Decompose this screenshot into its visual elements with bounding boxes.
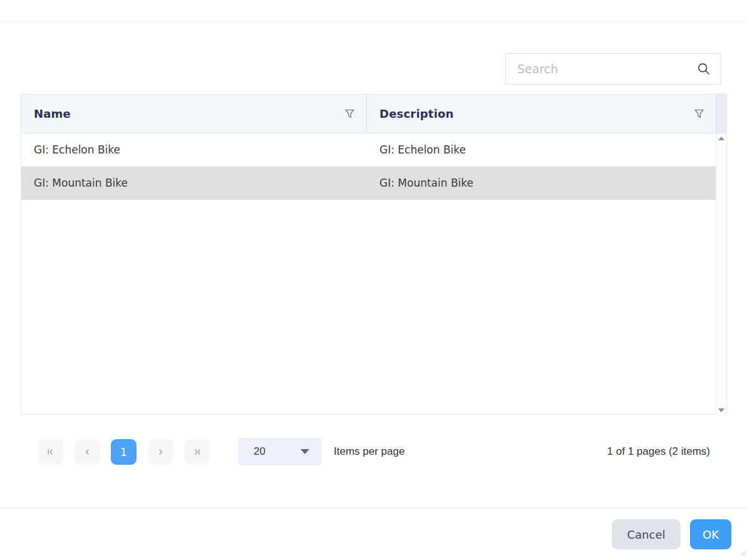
cancel-button[interactable]: Cancel xyxy=(612,519,681,549)
chevron-right-icon xyxy=(156,447,165,457)
header-scrollbar-spacer xyxy=(716,95,726,133)
table-row-selected[interactable]: GI: Mountain Bike GI: Mountain Bike xyxy=(21,167,716,200)
chevron-left-icon xyxy=(83,447,92,457)
next-page-button[interactable] xyxy=(148,439,173,465)
page-1-button[interactable]: 1 xyxy=(111,439,137,465)
search-input[interactable] xyxy=(517,62,697,76)
vertical-scrollbar[interactable] xyxy=(716,133,726,415)
cell-description: GI: Echelon Bike xyxy=(367,133,716,166)
scroll-down-icon[interactable] xyxy=(718,408,724,412)
previous-page-button[interactable] xyxy=(75,439,100,465)
column-header-name[interactable]: Name xyxy=(21,95,367,133)
filter-icon[interactable] xyxy=(344,109,355,119)
ok-button[interactable]: OK xyxy=(690,519,731,549)
column-header-description[interactable]: Description xyxy=(367,95,716,133)
grid-body: GI: Echelon Bike GI: Echelon Bike GI: Mo… xyxy=(21,133,726,415)
column-label: Description xyxy=(379,107,694,120)
cell-description: GI: Mountain Bike xyxy=(367,167,716,199)
cell-name: GI: Echelon Bike xyxy=(21,133,367,166)
resize-grip-icon[interactable] xyxy=(739,547,746,559)
page-size-value: 20 xyxy=(254,445,265,458)
items-grid: Name Description GI: Echelon Bike GI: Ec… xyxy=(21,94,727,415)
grid-header: Name Description xyxy=(21,95,726,133)
pager-info: 1 of 1 pages (2 items) xyxy=(607,438,710,465)
scroll-up-icon[interactable] xyxy=(718,137,724,140)
dialog-titlebar-divider xyxy=(0,21,747,21)
last-page-icon xyxy=(192,447,202,457)
column-label: Name xyxy=(34,107,344,120)
first-page-icon xyxy=(46,447,55,457)
table-row[interactable]: GI: Echelon Bike GI: Echelon Bike xyxy=(21,133,716,167)
cell-name: GI: Mountain Bike xyxy=(21,167,367,199)
search-box[interactable] xyxy=(505,53,721,85)
pager: 1 20 Items per page 1 of 1 pages (2 item… xyxy=(0,432,747,471)
first-page-button[interactable] xyxy=(38,439,63,465)
search-icon[interactable] xyxy=(697,62,711,76)
page-size-dropdown[interactable]: 20 xyxy=(238,438,322,465)
last-page-button[interactable] xyxy=(184,439,210,465)
footer-divider xyxy=(0,508,747,509)
items-per-page-label: Items per page xyxy=(334,438,404,465)
chevron-down-icon xyxy=(301,449,309,454)
filter-icon[interactable] xyxy=(694,109,704,119)
